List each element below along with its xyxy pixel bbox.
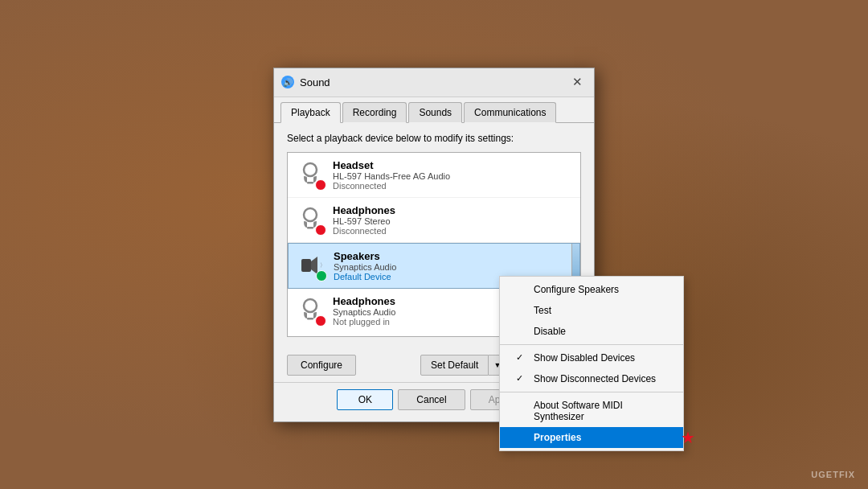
speakers-name: Speakers — [334, 250, 571, 262]
svg-rect-3 — [307, 182, 313, 184]
ctx-separator-1 — [500, 344, 683, 345]
set-default-button[interactable]: Set Default — [420, 355, 489, 376]
headphones1-info: Headphones HL-597 Stereo Disconnected — [333, 204, 572, 236]
ctx-properties[interactable]: Properties ★ — [500, 427, 683, 448]
ctx-show-disconnected[interactable]: ✓ Show Disconnected Devices — [500, 368, 683, 389]
cancel-button[interactable]: Cancel — [398, 389, 465, 410]
tab-bar: Playback Recording Sounds Communications — [274, 97, 594, 123]
tab-recording[interactable]: Recording — [342, 102, 407, 123]
ctx-show-disabled[interactable]: ✓ Show Disabled Devices — [500, 347, 683, 368]
sound-dialog: 🔊 Sound ✕ Playback Recording Sounds Comm… — [273, 68, 595, 422]
speakers-status-badge — [316, 270, 327, 281]
dialog-title: Sound — [300, 76, 567, 88]
ctx-configure-speakers[interactable]: Configure Speakers — [500, 279, 683, 300]
set-default-split: Set Default ▼ — [420, 355, 506, 376]
svg-point-2 — [304, 163, 317, 176]
svg-rect-6 — [301, 259, 311, 272]
headset-icon — [296, 160, 325, 189]
star-icon: ★ — [681, 428, 695, 447]
headphones2-icon — [296, 296, 325, 325]
headphones1-sub: HL-597 Stereo — [333, 216, 572, 226]
headphones1-status-badge — [315, 224, 326, 236]
tab-sounds[interactable]: Sounds — [408, 102, 462, 123]
svg-text:〉〉: 〉〉 — [320, 262, 326, 268]
tab-communications[interactable]: Communications — [464, 102, 556, 123]
headphones1-icon — [296, 205, 325, 234]
ctx-about-midi[interactable]: About Software MIDI Synthesizer — [500, 395, 683, 427]
sound-icon: 🔊 — [280, 75, 295, 89]
headset-info: Headset HL-597 Hands-Free AG Audio Disco… — [333, 159, 572, 191]
configure-button[interactable]: Configure — [287, 355, 356, 376]
close-button[interactable]: ✕ — [567, 72, 588, 92]
watermark: UGETFIX — [811, 470, 855, 479]
svg-rect-5 — [307, 227, 313, 229]
svg-text:🔊: 🔊 — [283, 77, 293, 88]
svg-point-9 — [304, 299, 317, 312]
context-menu: Configure Speakers Test Disable ✓ Show D… — [499, 276, 684, 451]
headset-name: Headset — [333, 159, 572, 171]
ctx-test[interactable]: Test — [500, 300, 683, 321]
ctx-separator-2 — [500, 392, 683, 392]
headset-sub: HL-597 Hands-Free AG Audio — [333, 171, 572, 181]
speakers-icon: 〉〉 — [297, 251, 326, 280]
instruction-text: Select a playback device below to modify… — [287, 133, 581, 144]
headset-status-badge — [315, 179, 326, 191]
headphones1-status: Disconnected — [333, 226, 572, 236]
speakers-sub: Synaptics Audio — [334, 262, 571, 272]
svg-point-4 — [304, 208, 317, 221]
device-item-headphones1[interactable]: Headphones HL-597 Stereo Disconnected — [288, 198, 580, 243]
svg-rect-10 — [307, 318, 313, 320]
device-item-headset[interactable]: Headset HL-597 Hands-Free AG Audio Disco… — [288, 153, 580, 198]
ok-button[interactable]: OK — [337, 389, 393, 410]
tab-playback[interactable]: Playback — [280, 102, 341, 123]
headphones1-name: Headphones — [333, 204, 572, 216]
headphones2-status-badge — [315, 315, 326, 327]
headset-status: Disconnected — [333, 181, 572, 191]
title-bar: 🔊 Sound ✕ — [274, 68, 594, 97]
ctx-disable[interactable]: Disable — [500, 321, 683, 342]
